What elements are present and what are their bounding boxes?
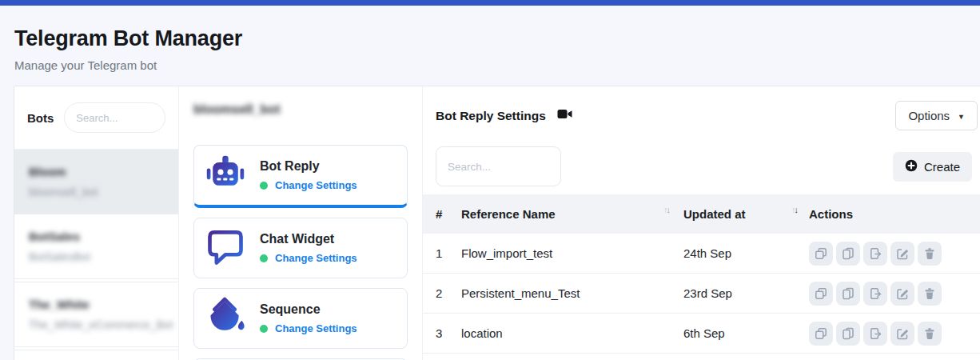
row-updated-at: 24th Sep xyxy=(683,246,791,260)
status-dot xyxy=(260,254,268,262)
selected-bot-name: bloomsell_bot xyxy=(193,102,408,117)
caret-down-icon: ▼ xyxy=(958,113,965,121)
settings-search-input[interactable] xyxy=(436,146,561,186)
trash-icon xyxy=(923,327,936,340)
chat-bubble-icon xyxy=(205,226,246,270)
column-actions: Actions xyxy=(809,207,980,221)
trash-icon xyxy=(923,247,936,260)
plus-circle-icon xyxy=(905,159,918,174)
edit-icon xyxy=(896,287,909,300)
copy-button[interactable] xyxy=(836,242,860,266)
page-title: Telegram Bot Manager xyxy=(14,26,980,51)
module-card-bot-reply[interactable]: Bot Reply Change Settings xyxy=(193,145,408,208)
bot-username: The_White_eCommerce_Bot xyxy=(29,318,164,331)
delete-button[interactable] xyxy=(918,322,942,346)
bots-heading: Bots xyxy=(27,111,54,125)
copy-icon xyxy=(842,327,855,340)
bots-search-input[interactable] xyxy=(64,102,165,133)
copy-icon xyxy=(842,247,855,260)
bot-list-item[interactable]: The_White The_White_eCommerce_Bot xyxy=(14,282,178,347)
edit-button[interactable] xyxy=(890,282,914,306)
edit-button[interactable] xyxy=(890,322,914,346)
delete-button[interactable] xyxy=(918,242,942,266)
edit-icon xyxy=(896,247,909,260)
export-icon xyxy=(869,287,882,300)
page-subtitle: Manage your Telegram bot xyxy=(14,58,980,72)
module-card-title: Chat Widget xyxy=(260,232,357,246)
copy-button[interactable] xyxy=(836,282,860,306)
table-header: # Reference Name ↑↓ Updated at ↑↓ Action… xyxy=(423,194,980,234)
table-row: 3 location 6th Sep xyxy=(423,314,980,354)
create-label: Create xyxy=(924,160,960,174)
duplicate-button[interactable] xyxy=(809,242,833,266)
top-accent-bar xyxy=(0,0,980,6)
settings-title: Bot Reply Settings xyxy=(436,109,546,123)
trash-icon xyxy=(923,287,936,300)
export-button[interactable] xyxy=(863,242,887,266)
row-reference-name: Persistent_menu_Test xyxy=(461,286,663,300)
settings-header: Bot Reply Settings Options ▼ xyxy=(423,86,980,130)
row-num: 1 xyxy=(436,246,461,260)
table-row: 1 Flow_import_test 24th Sep xyxy=(423,234,980,274)
export-button[interactable] xyxy=(863,282,887,306)
row-updated-at: 23rd Sep xyxy=(683,286,791,300)
duplicate-icon xyxy=(815,247,827,260)
sort-icon[interactable]: ↑↓ xyxy=(663,205,683,214)
reference-table: # Reference Name ↑↓ Updated at ↑↓ Action… xyxy=(423,194,980,354)
row-updated-at: 6th Sep xyxy=(683,326,791,340)
bots-panel-header: Bots xyxy=(14,86,178,150)
table-toolbar: Create xyxy=(423,146,980,186)
duplicate-button[interactable] xyxy=(809,322,833,346)
paint-bucket-icon xyxy=(205,296,246,341)
module-cards: Bot Reply Change Settings xyxy=(193,145,408,360)
row-reference-name: location xyxy=(461,326,663,340)
table-row: 2 Persistent_menu_Test 23rd Sep xyxy=(423,274,980,314)
change-settings-link[interactable]: Change Settings xyxy=(275,179,357,191)
copy-icon xyxy=(842,287,855,300)
duplicate-button[interactable] xyxy=(809,282,833,306)
duplicate-icon xyxy=(815,287,827,300)
module-card-title: Sequence xyxy=(260,302,357,317)
change-settings-link[interactable]: Change Settings xyxy=(275,322,357,334)
options-button[interactable]: Options ▼ xyxy=(895,101,978,130)
sort-icon[interactable]: ↑↓ xyxy=(791,205,809,214)
page-header: Telegram Bot Manager Manage your Telegra… xyxy=(0,6,980,72)
bot-list-item[interactable]: Bloom bloomsell_bot xyxy=(14,150,178,214)
settings-panel: Bot Reply Settings Options ▼ xyxy=(422,86,980,360)
robot-icon xyxy=(205,153,246,198)
main-panel: Bots Bloom bloomsell_bot BotSales BotSal… xyxy=(14,86,980,360)
bot-name: The_White xyxy=(29,298,164,311)
bot-list-item[interactable]: BotSales BotSalesBot xyxy=(14,214,178,279)
column-updated-at[interactable]: Updated at xyxy=(683,207,791,221)
create-button[interactable]: Create xyxy=(893,152,972,182)
row-actions xyxy=(809,282,980,306)
modules-panel: bloomsell_bot xyxy=(178,86,422,360)
row-reference-name: Flow_import_test xyxy=(461,246,663,260)
bots-panel: Bots Bloom bloomsell_bot BotSales BotSal… xyxy=(14,86,178,360)
column-num: # xyxy=(436,207,461,221)
bot-name: Bloom xyxy=(29,165,164,178)
delete-button[interactable] xyxy=(918,282,942,306)
change-settings-link[interactable]: Change Settings xyxy=(275,252,357,264)
export-icon xyxy=(869,247,882,260)
copy-button[interactable] xyxy=(836,322,860,346)
edit-button[interactable] xyxy=(890,242,914,266)
bot-username: bloomsell_bot xyxy=(29,186,164,198)
module-card-sequence[interactable]: Sequence Change Settings xyxy=(193,288,408,349)
bot-username: BotSalesBot xyxy=(29,250,164,263)
status-dot xyxy=(260,325,268,333)
edit-icon xyxy=(896,327,909,340)
export-button[interactable] xyxy=(863,322,887,346)
bot-list-item[interactable] xyxy=(14,350,178,360)
module-card-chat-widget[interactable]: Chat Widget Change Settings xyxy=(193,218,408,278)
app-window: Telegram Bot Manager Manage your Telegra… xyxy=(0,0,980,360)
export-icon xyxy=(869,327,882,340)
options-label: Options xyxy=(908,109,950,122)
bot-name: BotSales xyxy=(29,230,164,243)
row-num: 3 xyxy=(436,326,461,340)
column-reference-name[interactable]: Reference Name xyxy=(461,207,663,221)
video-camera-icon xyxy=(557,107,572,124)
row-actions xyxy=(809,322,980,346)
module-card-title: Bot Reply xyxy=(260,159,357,174)
status-dot xyxy=(260,182,268,190)
